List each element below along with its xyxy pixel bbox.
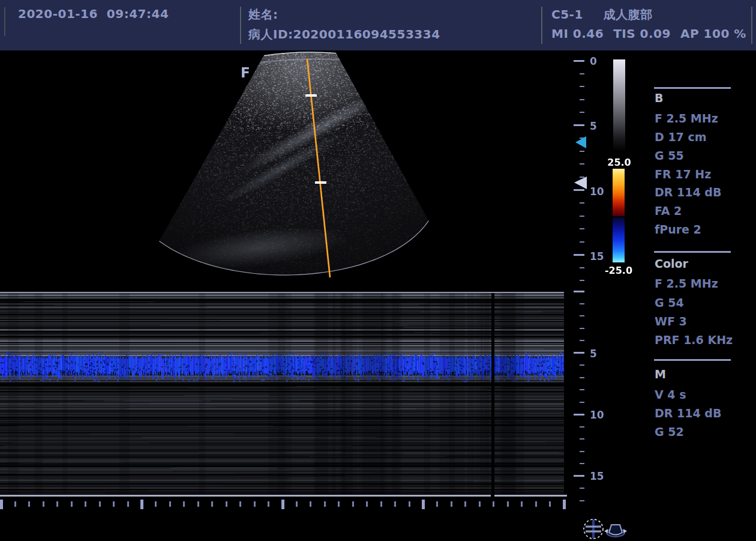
m-panel-title: M <box>655 367 666 381</box>
color-param: PRF 1.6 KHz <box>655 333 733 346</box>
minor-tick <box>479 501 481 507</box>
tis-value: TIS 0.09 <box>613 26 671 41</box>
minor-tick <box>549 501 551 507</box>
minor-tick <box>409 501 410 507</box>
b-param: FA 2 <box>655 204 682 217</box>
minor-tick <box>71 501 73 507</box>
minor-tick <box>99 501 101 507</box>
divider <box>541 7 542 44</box>
minor-tick <box>580 315 584 316</box>
b-param: G 55 <box>655 149 684 162</box>
focus-marker-icon[interactable] <box>574 177 587 189</box>
minor-tick <box>580 280 584 281</box>
panel-divider <box>654 87 731 89</box>
minor-tick <box>338 501 340 507</box>
minor-tick <box>580 389 584 390</box>
b-param: FR 17 Hz <box>655 168 711 181</box>
minor-tick <box>169 501 171 507</box>
minor-tick <box>580 151 584 152</box>
minor-tick <box>239 501 241 507</box>
major-tick <box>281 500 284 509</box>
depth-label: 15 <box>590 470 604 482</box>
b-panel-title: B <box>655 91 663 104</box>
major-tick <box>563 500 566 509</box>
minor-tick <box>127 501 129 507</box>
m-param: G 52 <box>655 425 684 438</box>
minor-tick <box>394 501 396 507</box>
minor-tick <box>113 501 115 507</box>
ap-value: AP 100 % <box>680 26 746 41</box>
depth-label: 5 <box>590 120 597 132</box>
probe-steer-icon[interactable] <box>604 521 628 539</box>
minor-tick <box>580 451 584 452</box>
probe-model: C5-1 <box>551 7 583 22</box>
minor-tick <box>43 501 44 507</box>
ultrasound-screen: 2020-01-16 09:47:44 姓名: 病人ID:20200116094… <box>0 0 756 541</box>
minor-tick <box>580 438 584 440</box>
panel-divider <box>654 359 731 361</box>
m-cursor-tool-icon[interactable] <box>582 518 605 540</box>
b-param: fPure 2 <box>655 223 701 236</box>
b-param: D 17 cm <box>655 130 707 144</box>
major-tick <box>574 124 584 126</box>
patient-name-label: 姓名: <box>248 7 278 23</box>
minor-tick <box>28 501 30 507</box>
minor-tick <box>521 501 523 507</box>
minor-tick <box>155 501 157 507</box>
minor-tick <box>310 501 311 507</box>
major-tick <box>422 500 425 509</box>
minor-tick <box>464 501 466 507</box>
minor-tick <box>507 501 509 507</box>
probe-and-preset: C5-1成人腹部 <box>551 7 653 23</box>
major-tick <box>574 189 584 191</box>
major-tick <box>574 414 584 416</box>
minor-tick <box>580 241 584 243</box>
minor-tick <box>580 228 584 229</box>
minor-tick <box>580 202 584 204</box>
minor-tick <box>183 501 185 507</box>
exam-preset: 成人腹部 <box>604 7 653 22</box>
depth-label: 5 <box>590 348 597 360</box>
minor-tick <box>56 501 58 507</box>
minor-tick <box>580 426 584 428</box>
minor-tick <box>268 501 269 507</box>
minor-tick <box>197 501 199 507</box>
mi-value: MI 0.46 <box>551 26 604 41</box>
color-map-positive <box>613 169 625 216</box>
status-bar: 2020-01-16 09:47:44 姓名: 病人ID:20200116094… <box>0 0 756 50</box>
minor-tick <box>580 112 584 113</box>
datetime: 2020-01-16 09:47:44 <box>18 7 169 21</box>
depth-label: 10 <box>590 409 604 421</box>
grayscale-bar <box>613 59 625 151</box>
patient-id: 病人ID:20200116094553334 <box>248 26 440 43</box>
minor-tick <box>14 501 16 507</box>
minor-tick <box>580 303 584 304</box>
minor-tick <box>580 328 584 329</box>
minor-tick <box>211 501 213 507</box>
depth-label: 10 <box>590 186 604 198</box>
minor-tick <box>380 501 382 507</box>
b-mode-image <box>0 51 564 291</box>
minor-tick <box>580 402 584 403</box>
m-trace-baseline <box>0 495 491 497</box>
minor-tick <box>580 364 584 366</box>
minor-tick <box>580 267 584 268</box>
m-param: DR 114 dB <box>655 407 721 420</box>
minor-tick <box>226 501 227 507</box>
m-mode-trace <box>0 292 564 495</box>
minor-tick <box>580 86 584 87</box>
major-tick <box>574 254 584 256</box>
panel-divider <box>654 251 731 253</box>
color-box-marker-icon[interactable] <box>575 136 586 148</box>
velocity-max-label: 25.0 <box>601 157 637 168</box>
minor-tick <box>580 377 584 378</box>
velocity-min-label: -25.0 <box>601 265 637 276</box>
minor-tick <box>580 99 584 100</box>
major-tick <box>0 500 3 509</box>
minor-tick <box>580 73 584 74</box>
minor-tick <box>580 488 584 489</box>
m-trace-top-border <box>0 292 564 293</box>
minor-tick <box>85 501 86 507</box>
minor-tick <box>366 501 368 507</box>
depth-label: 15 <box>590 250 604 262</box>
